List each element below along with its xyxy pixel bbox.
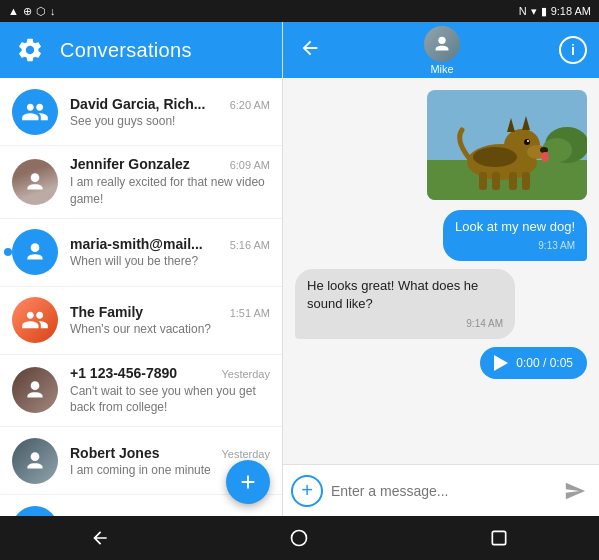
chat-header: Mike i (283, 22, 599, 78)
conv-preview: When will you be there? (70, 254, 270, 268)
conv-name: maria-smith@mail... (70, 236, 226, 252)
conversations-header: Conversations (0, 22, 282, 78)
group-icon (21, 98, 49, 126)
conv-name: David Garcia, Rich... (70, 96, 226, 112)
audio-duration: 0:00 / 0:05 (516, 356, 573, 370)
svg-point-1 (31, 243, 40, 252)
conv-top: maria-smith@mail... 5:16 AM (70, 236, 270, 252)
svg-point-18 (541, 152, 549, 162)
home-nav-icon (289, 528, 309, 548)
recents-nav-button[interactable] (469, 520, 529, 556)
conv-info: Jennifer Gonzalez 6:09 AM I am really ex… (70, 156, 270, 208)
message-text: He looks great! What does he sound like? (307, 277, 503, 313)
fab-button[interactable] (226, 460, 270, 504)
chat-contact-info: Mike (337, 26, 547, 75)
conv-time: Yesterday (221, 368, 270, 380)
message-input[interactable] (331, 483, 551, 499)
avatar (12, 367, 58, 413)
add-button[interactable]: + (291, 475, 323, 507)
svg-point-17 (527, 140, 529, 142)
conversation-item[interactable]: maria-smith@mail... 5:16 AM When will yo… (0, 219, 282, 287)
conv-name: Jennifer Gonzalez (70, 156, 226, 172)
conversation-item[interactable]: The Family 1:51 AM When's our next vacat… (0, 287, 282, 355)
svg-rect-19 (479, 172, 487, 190)
download-icon: ↓ (50, 5, 56, 17)
left-panel-inner: David Garcia, Rich... 6:20 AM See you gu… (0, 78, 282, 516)
signal-icon: ⊕ (23, 5, 32, 18)
conv-info: maria-smith@mail... 5:16 AM When will yo… (70, 236, 270, 268)
svg-point-13 (540, 147, 548, 153)
contact-avatar-icon (431, 33, 453, 55)
send-button[interactable] (559, 475, 591, 507)
svg-point-3 (31, 452, 40, 461)
avatar (12, 159, 58, 205)
svg-point-2 (31, 382, 40, 391)
avatar (12, 229, 58, 275)
dog-photo (427, 90, 587, 200)
svg-point-0 (31, 173, 40, 182)
status-bar: ▲ ⊕ ⬡ ↓ N ▾ ▮ 9:18 AM (0, 0, 599, 22)
chat-messages: Look at my new dog! 9:13 AM He looks gre… (283, 78, 599, 464)
avatar (12, 89, 58, 135)
svg-rect-25 (492, 531, 505, 544)
family-icon (21, 306, 49, 334)
conv-name: The Family (70, 304, 226, 320)
contact-name: Mike (430, 63, 453, 75)
recents-nav-icon (489, 528, 509, 548)
svg-rect-22 (522, 172, 530, 190)
chat-avatar (424, 26, 460, 62)
left-panel: Conversations David Garcia, Rich... 6:20… (0, 22, 283, 516)
back-icon (299, 37, 321, 59)
avatar (12, 506, 58, 516)
svg-point-23 (473, 147, 517, 167)
conversation-item[interactable]: Jennifer Gonzalez 6:09 AM I am really ex… (0, 146, 282, 219)
status-bar-right: N ▾ ▮ 9:18 AM (519, 5, 591, 18)
conv-info: The Family 1:51 AM When's our next vacat… (70, 304, 270, 336)
play-icon (494, 355, 508, 371)
conv-preview: See you guys soon! (70, 114, 270, 128)
message-bubble-sent: Look at my new dog! 9:13 AM (443, 210, 587, 261)
conversation-item[interactable]: David Garcia, Rich... 6:20 AM See you gu… (0, 78, 282, 146)
svg-rect-20 (492, 172, 500, 190)
conv-preview: When's our next vacation? (70, 322, 270, 336)
svg-rect-21 (509, 172, 517, 190)
home-nav-button[interactable] (269, 520, 329, 556)
chat-input-bar: + (283, 464, 599, 516)
conv-top: +1 123-456-7890 Yesterday (70, 365, 270, 381)
conv-top: David Garcia, Rich... 6:20 AM (70, 96, 270, 112)
person-icon (22, 239, 48, 265)
avatar (12, 438, 58, 484)
conv-top: Jennifer Gonzalez 6:09 AM (70, 156, 270, 172)
status-bar-left: ▲ ⊕ ⬡ ↓ (8, 5, 55, 18)
right-panel: Mike i (283, 22, 599, 516)
add-icon (237, 471, 259, 493)
conv-name: +1 123-456-7890 (70, 365, 217, 381)
conv-time: 1:51 AM (230, 307, 270, 319)
send-icon (564, 480, 586, 502)
back-nav-button[interactable] (70, 520, 130, 556)
conv-top: Robert Jones Yesterday (70, 445, 270, 461)
info-button[interactable]: i (559, 36, 587, 64)
conversation-list: David Garcia, Rich... 6:20 AM See you gu… (0, 78, 282, 516)
main-content: Conversations David Garcia, Rich... 6:20… (0, 22, 599, 516)
back-nav-icon (90, 528, 110, 548)
nfc-icon: N (519, 5, 527, 17)
wifi-icon: ▾ (531, 5, 537, 18)
message-text: Look at my new dog! (455, 218, 575, 236)
svg-point-24 (292, 531, 307, 546)
conv-time: 6:20 AM (230, 99, 270, 111)
message-bubble-received: He looks great! What does he sound like?… (295, 269, 515, 338)
gear-icon[interactable] (16, 36, 44, 64)
conversation-item[interactable]: +1 123-456-7890 Yesterday Can't wait to … (0, 355, 282, 428)
conv-time: 6:09 AM (230, 159, 270, 171)
conv-name: Robert Jones (70, 445, 217, 461)
person-icon (22, 169, 48, 195)
audio-message[interactable]: 0:00 / 0:05 (480, 347, 587, 379)
back-button[interactable] (295, 33, 325, 68)
message-time: 9:14 AM (307, 317, 503, 331)
dog-image (427, 90, 587, 200)
usb-icon: ⬡ (36, 5, 46, 18)
battery-icon: ▮ (541, 5, 547, 18)
warning-icon: ▲ (8, 5, 19, 17)
person-icon (22, 448, 48, 474)
